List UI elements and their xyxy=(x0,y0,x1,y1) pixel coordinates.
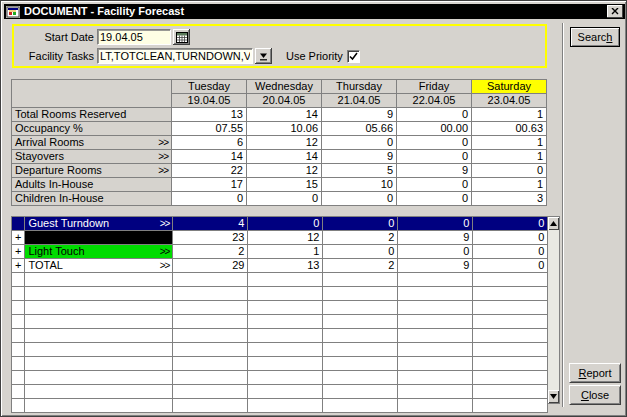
row-expander-empty xyxy=(12,371,25,385)
task-cell[interactable]: 9 xyxy=(398,259,473,273)
empty-cell xyxy=(323,343,398,357)
empty-cell xyxy=(248,315,323,329)
row-label-text: TOTAL xyxy=(28,259,62,272)
task-cell[interactable]: 29 xyxy=(173,259,248,273)
drill-icon[interactable]: >> xyxy=(160,259,170,272)
use-priority-checkbox[interactable] xyxy=(347,50,360,63)
vertical-scrollbar[interactable] xyxy=(547,216,560,404)
task-cell[interactable]: 12 xyxy=(248,231,323,245)
task-row-label[interactable]: Total Cleaning>> xyxy=(25,231,173,245)
task-cell[interactable]: 2 xyxy=(323,259,398,273)
forecast-table: TuesdayWednesdayThursdayFridaySaturday19… xyxy=(11,79,547,206)
calendar-icon[interactable] xyxy=(173,29,190,45)
row-label: Guest Turndown>> xyxy=(28,217,169,230)
empty-cell xyxy=(398,371,473,385)
row-label-text: Adults In-House xyxy=(15,178,93,191)
empty-cell xyxy=(473,273,548,287)
row-label-text: Children In-House xyxy=(15,192,104,205)
report-button[interactable]: Report xyxy=(569,363,621,383)
forecast-cell: 14 xyxy=(247,150,322,164)
task-cell[interactable]: 0 xyxy=(473,231,548,245)
task-cell[interactable]: 0 xyxy=(398,245,473,259)
forecast-cell: 13 xyxy=(172,108,247,122)
empty-label-cell xyxy=(25,287,173,301)
task-cell[interactable]: 0 xyxy=(473,245,548,259)
forecast-cell: 0 xyxy=(397,108,472,122)
task-cell[interactable]: 0 xyxy=(473,259,548,273)
empty-row xyxy=(12,301,548,315)
task-cell[interactable]: 13 xyxy=(248,259,323,273)
task-cell[interactable]: 1 xyxy=(248,245,323,259)
empty-label-cell xyxy=(25,329,173,343)
title-bar[interactable]: DOCUMENT - Facility Forecast xyxy=(4,4,625,19)
close-icon[interactable] xyxy=(607,5,623,18)
empty-cell xyxy=(248,357,323,371)
task-row-label[interactable]: Guest Turndown>> xyxy=(25,217,173,231)
empty-row xyxy=(12,329,548,343)
forecast-cell: 3 xyxy=(472,192,547,206)
task-cell[interactable]: 0 xyxy=(248,217,323,231)
scroll-up-icon[interactable] xyxy=(548,217,559,230)
empty-cell xyxy=(248,329,323,343)
task-row[interactable]: +Total Cleaning>>2312290 xyxy=(12,231,548,245)
facility-tasks-input[interactable] xyxy=(97,48,253,64)
forecast-cell: 1 xyxy=(472,150,547,164)
empty-cell xyxy=(173,301,248,315)
empty-cell xyxy=(473,399,548,413)
task-cell[interactable]: 23 xyxy=(173,231,248,245)
task-cell[interactable]: 0 xyxy=(323,245,398,259)
forecast-cell: 10 xyxy=(322,178,397,192)
app-icon xyxy=(6,6,20,18)
task-cell[interactable]: 9 xyxy=(398,231,473,245)
forecast-row-label[interactable]: Arrival Rooms>> xyxy=(12,136,172,150)
start-date-input[interactable] xyxy=(97,29,171,45)
forecast-row-label[interactable]: Departure Rooms>> xyxy=(12,164,172,178)
forecast-cell: 07.55 xyxy=(172,122,247,136)
empty-cell xyxy=(248,301,323,315)
task-row[interactable]: +TOTAL>>2913290 xyxy=(12,259,548,273)
task-cell[interactable]: 0 xyxy=(473,217,548,231)
close-button[interactable]: Close xyxy=(569,385,621,405)
empty-cell xyxy=(398,343,473,357)
task-cell[interactable]: 4 xyxy=(173,217,248,231)
forecast-cell: 0 xyxy=(472,164,547,178)
drill-icon[interactable]: >> xyxy=(160,245,170,258)
task-cell[interactable]: 2 xyxy=(173,245,248,259)
start-date-row: Start Date xyxy=(14,29,545,45)
column-header-date: 19.04.05 xyxy=(172,94,247,108)
column-header-day: Friday xyxy=(397,80,472,94)
empty-label-cell xyxy=(25,301,173,315)
empty-cell xyxy=(398,399,473,413)
empty-row xyxy=(12,287,548,301)
column-header-day: Saturday xyxy=(472,80,547,94)
row-label: Stayovers>> xyxy=(15,150,168,163)
task-row-label[interactable]: TOTAL>> xyxy=(25,259,173,273)
scroll-down-icon[interactable] xyxy=(548,390,559,403)
task-row[interactable]: +Light Touch>>21000 xyxy=(12,245,548,259)
row-label-text: Stayovers xyxy=(15,150,64,163)
row-expander[interactable] xyxy=(12,217,25,231)
drill-icon[interactable]: >> xyxy=(158,136,168,149)
row-expander[interactable]: + xyxy=(12,245,25,259)
list-of-values-icon[interactable] xyxy=(255,48,272,64)
drill-icon[interactable]: >> xyxy=(158,164,168,177)
drill-icon[interactable]: >> xyxy=(160,231,170,244)
task-cell[interactable]: 0 xyxy=(398,217,473,231)
empty-cell xyxy=(323,357,398,371)
task-row-label[interactable]: Light Touch>> xyxy=(25,245,173,259)
drill-icon[interactable]: >> xyxy=(160,217,170,230)
empty-cell xyxy=(173,273,248,287)
task-row[interactable]: Guest Turndown>>40000 xyxy=(12,217,548,231)
forecast-row-label[interactable]: Stayovers>> xyxy=(12,150,172,164)
empty-cell xyxy=(473,385,548,399)
task-cell[interactable]: 0 xyxy=(323,217,398,231)
drill-icon[interactable]: >> xyxy=(158,150,168,163)
empty-cell xyxy=(473,287,548,301)
search-button[interactable]: Search xyxy=(570,27,620,47)
row-label: Total Cleaning>> xyxy=(28,231,169,244)
forecast-cell: 12 xyxy=(247,164,322,178)
row-expander[interactable]: + xyxy=(12,231,25,245)
empty-cell xyxy=(398,301,473,315)
task-cell[interactable]: 2 xyxy=(323,231,398,245)
row-expander[interactable]: + xyxy=(12,259,25,273)
